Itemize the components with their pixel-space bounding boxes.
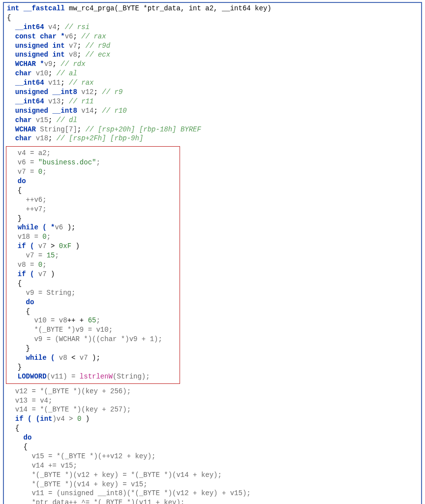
stmt: ); [63,223,75,231]
kw-do: do [26,298,34,306]
decl-cmt: // rdx [61,60,85,68]
stmt: ; [42,168,46,176]
num: 65 [88,316,96,324]
decl-type: const char * [15,32,65,40]
stmt: v7 [80,354,88,362]
decl-name: v12 [81,88,93,96]
num: 0 [42,233,46,241]
decl-cmt: // [rsp+2Fh] [rbp-9h] [57,134,143,142]
stmt: ; [55,252,59,259]
decl-name: v15 [36,116,48,124]
stmt: ; [96,158,100,166]
stmt: v14 = *(_BYTE *)(key + 257); [15,406,131,413]
stmt: v14 += v15; [31,462,77,470]
decl-type: char [15,69,32,77]
stmt: ) [47,270,55,278]
stmt: v4 = a2; [18,149,51,157]
decl-cmt: // r9d [86,42,110,50]
highlighted-region: v4 = a2; v6 = "business.doc"; v7 = 0; do… [6,146,180,383]
sig-ret: int [7,4,19,12]
stmt: ++v7; [26,205,47,213]
stmt: v9 = (WCHAR *)((char *)v9 + 1); [34,335,162,343]
decl-name: v18 [36,134,48,142]
kw-while: while ( * [18,223,55,231]
decl-cmt: // al [57,69,77,77]
brace: { [24,443,28,451]
decl-type: unsigned int [15,42,65,50]
stmt: v12 = *(_BYTE *)(key + 256); [15,387,131,395]
brace: { [18,280,22,287]
num: 15 [47,252,55,259]
brace: { [18,187,22,194]
highlighted-code: v4 = a2; v6 = "business.doc"; v7 = 0; do… [9,149,177,381]
decl-name: v14 [81,107,93,115]
num: 0xF [59,242,71,250]
stmt: *(_BYTE *)(v14 + key) = v15; [31,480,147,488]
decl-cmt: // rsi [65,23,90,31]
decl-type: WCHAR * [15,60,44,68]
stmt: v7 = [18,168,38,176]
stmt: v8 = [18,261,38,269]
decl-cmt: // r10 [102,107,126,115]
stmt: v8 [59,354,67,362]
num: 0 [38,261,42,269]
kw-if: if ( ( [15,415,40,423]
decl-name: v6 [65,32,73,40]
stmt: ; [96,316,100,324]
decl-type: char [15,134,32,142]
stmt: v7 = [26,252,47,259]
decl-cmt: // rax [81,32,106,40]
stmt: *(_BYTE *)(v12 + key) = *(_BYTE *)(v14 +… [31,471,221,479]
decl-name: v11 [48,79,61,87]
stmt: v15 = *(_BYTE *)(++v12 + key); [31,452,155,460]
stmt: v8 [59,316,67,324]
decl-name: v10 [36,69,48,77]
stmt: (v11) = [47,373,80,380]
macro: LODWORD [18,373,47,380]
stmt: ) [71,242,80,250]
brace: } [18,215,22,222]
stmt: v10 = [34,316,59,324]
decl-type: WCHAR [15,126,36,133]
stmt: int [40,415,52,423]
decl-cmt: // dl [57,116,77,124]
code-block: int __fastcall mw_rc4_prga(_BYTE *ptr_da… [7,4,418,143]
stmt: v9 = String; [26,289,76,297]
stmt: (String); [113,373,150,380]
stmt: v7 [38,242,47,250]
brace: } [26,345,30,352]
brace: } [18,363,22,371]
code-tail: v12 = *(_BYTE *)(key + 256); v13 = v4; v… [7,387,418,504]
decl-type: __int64 [15,97,44,105]
kw-while: while ( [26,354,59,362]
decl-name: v13 [48,97,61,105]
decl-name: v8 [69,51,77,59]
stmt: ); [88,354,100,362]
stmt: v11 = (unsigned __int8)(*(_BYTE *)(v12 +… [31,489,250,497]
code-frame: int __fastcall mw_rc4_prga(_BYTE *ptr_da… [3,2,422,504]
decl-cmt: // ecx [86,51,110,59]
stmt: v13 = v4; [15,397,53,405]
decl-type: unsigned __int8 [15,88,77,96]
decl-type: __int64 [15,23,44,31]
stmt: ++ + [67,316,88,324]
stmt: v7 [38,270,47,278]
kw-do: do [24,434,32,441]
decl-name: v9 [44,60,53,68]
decl-type: unsigned int [15,51,65,59]
num: 0 [38,168,42,176]
stmt: *ptr_data++ ^= *(_BYTE *)(v11 + key); [31,499,184,504]
decl-cmt: // rax [69,79,93,87]
stmt: )v4 > [52,415,77,423]
kw-if: if ( [18,270,38,278]
fn-call: lstrlenW [80,373,113,380]
stmt: v6 [55,223,63,231]
sig-name: mw_rc4_prga [69,4,114,12]
string-literal: "business.doc" [38,158,96,166]
stmt: > [47,242,59,250]
brace: { [26,308,30,315]
stmt: *(_BYTE *)v9 = v10; [34,326,113,334]
decl-type: unsigned __int8 [15,107,77,115]
decl-name: String[7] [40,126,77,133]
stmt: v6 = [18,158,38,166]
